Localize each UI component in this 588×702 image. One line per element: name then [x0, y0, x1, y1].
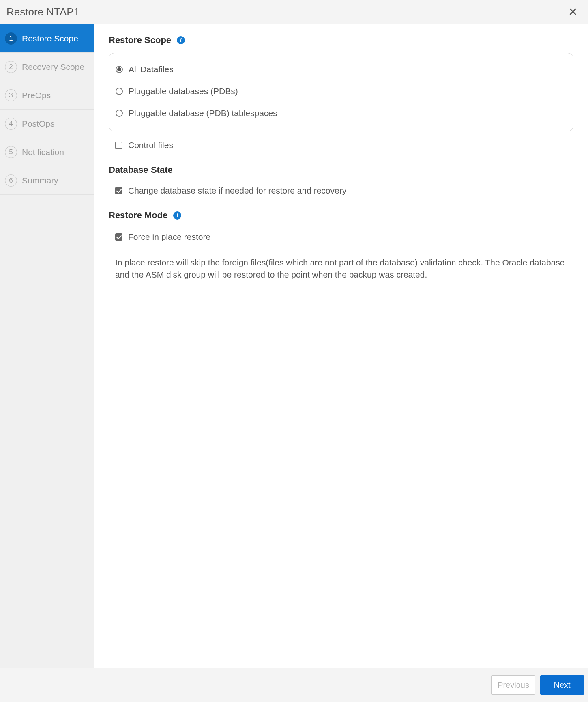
restore-mode-block: Force in place restore In place restore …	[109, 229, 573, 281]
step-number: 2	[5, 61, 17, 73]
restore-mode-heading: Restore Mode i	[109, 210, 573, 221]
radio-icon	[116, 66, 123, 73]
close-icon: ✕	[568, 6, 577, 18]
heading-text: Restore Mode	[109, 210, 167, 221]
radio-icon	[116, 88, 123, 95]
wizard-footer: Previous Next	[0, 668, 588, 702]
titlebar: Restore NTAP1 ✕	[0, 0, 588, 24]
restore-scope-heading: Restore Scope i	[109, 35, 573, 45]
next-button[interactable]: Next	[540, 675, 584, 695]
checkbox-icon	[115, 187, 122, 194]
dialog-body: 1 Restore Scope 2 Recovery Scope 3 PreOp…	[0, 24, 588, 668]
radio-label: Pluggable databases (PDBs)	[129, 86, 238, 96]
radio-label: All Datafiles	[129, 65, 174, 74]
step-label: Restore Scope	[22, 34, 78, 43]
checkbox-label: Control files	[128, 140, 173, 150]
radio-label: Pluggable database (PDB) tablespaces	[129, 108, 277, 118]
wizard-sidebar: 1 Restore Scope 2 Recovery Scope 3 PreOp…	[0, 24, 94, 668]
button-label: Next	[554, 680, 570, 690]
step-number: 5	[5, 146, 17, 158]
step-recovery-scope[interactable]: 2 Recovery Scope	[0, 53, 94, 81]
info-icon[interactable]: i	[177, 36, 185, 44]
database-state-heading: Database State	[109, 165, 573, 175]
info-icon[interactable]: i	[173, 211, 181, 220]
radio-pdb-tablespaces[interactable]: Pluggable database (PDB) tablespaces	[116, 105, 567, 121]
step-label: Notification	[22, 147, 64, 157]
step-summary[interactable]: 6 Summary	[0, 166, 94, 195]
step-number: 3	[5, 89, 17, 101]
step-label: Summary	[22, 176, 58, 185]
radio-pluggable-databases[interactable]: Pluggable databases (PDBs)	[116, 83, 567, 99]
checkbox-icon	[115, 142, 122, 149]
step-preops[interactable]: 3 PreOps	[0, 81, 94, 110]
previous-button[interactable]: Previous	[491, 675, 535, 695]
radio-icon	[116, 110, 123, 117]
checkbox-control-files[interactable]: Control files	[109, 137, 573, 153]
checkbox-change-db-state[interactable]: Change database state if needed for rest…	[109, 183, 573, 199]
checkbox-icon	[115, 233, 122, 241]
step-postops[interactable]: 4 PostOps	[0, 110, 94, 138]
restore-mode-description: In place restore will skip the foreign f…	[115, 256, 573, 281]
close-button[interactable]: ✕	[566, 6, 580, 18]
step-label: PreOps	[22, 90, 51, 100]
heading-text: Database State	[109, 165, 173, 175]
step-label: PostOps	[22, 119, 55, 129]
checkbox-force-in-place[interactable]: Force in place restore	[115, 229, 573, 245]
wizard-content: Restore Scope i All Datafiles Pluggable …	[94, 24, 588, 668]
dialog-title: Restore NTAP1	[6, 6, 79, 18]
step-number: 4	[5, 118, 17, 130]
step-number: 1	[5, 32, 17, 45]
step-label: Recovery Scope	[22, 62, 84, 72]
checkbox-label: Change database state if needed for rest…	[128, 186, 346, 196]
step-number: 6	[5, 174, 17, 187]
step-notification[interactable]: 5 Notification	[0, 138, 94, 166]
button-label: Previous	[498, 680, 529, 690]
heading-text: Restore Scope	[109, 35, 171, 45]
step-restore-scope[interactable]: 1 Restore Scope	[0, 24, 94, 53]
restore-scope-panel: All Datafiles Pluggable databases (PDBs)…	[109, 53, 573, 131]
checkbox-label: Force in place restore	[128, 232, 210, 242]
radio-all-datafiles[interactable]: All Datafiles	[116, 61, 567, 78]
